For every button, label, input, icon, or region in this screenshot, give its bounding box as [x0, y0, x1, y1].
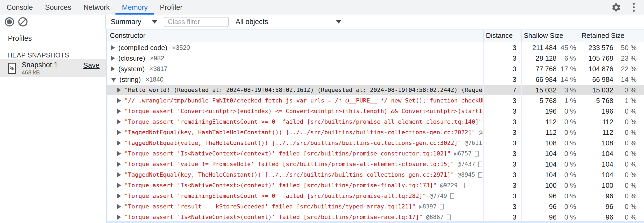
perspective-select[interactable]: Summary [111, 18, 157, 26]
shallow-size-cell: 96 0 % [521, 191, 579, 201]
disclosure-triangle-icon[interactable] [111, 56, 115, 61]
record-heap-snapshot-button[interactable] [5, 17, 14, 26]
object-scope-select[interactable]: All objects [236, 18, 341, 26]
table-row[interactable]: "Torque assert 'Convert<uintptr>(endInde… [107, 106, 644, 117]
object-id: @8945 [458, 170, 475, 180]
disclosure-triangle-icon[interactable] [117, 172, 121, 177]
retained-size-percent: 0 % [613, 159, 644, 170]
retained-size-value: 104 [579, 148, 613, 159]
no-entry-icon [18, 17, 28, 26]
retained-size-cell: 196 0 % [579, 106, 644, 117]
constructor-cell: "Torque assert 'Is<NativeContext>(contex… [107, 148, 483, 159]
disclosure-triangle-icon[interactable] [117, 204, 121, 209]
heap-snapshot-grid: Constructor Distance Shallow Size Retain… [106, 29, 644, 223]
disclosure-triangle-icon[interactable] [111, 78, 116, 82]
shallow-size-value: 211 484 [522, 42, 557, 53]
missing-glyph-box [440, 204, 444, 209]
retained-size-percent: 23 % [613, 53, 644, 64]
table-row[interactable]: "TaggedNotEqual(key, TheHoleConstant()) … [107, 170, 644, 180]
constructor-cell: "TaggedNotEqual(value, TheHoleConstant()… [107, 138, 483, 148]
table-row[interactable]: "Torque assert 'Is<NativeContext>(contex… [107, 180, 644, 191]
grid-footer-strip [107, 221, 644, 223]
constructor-label: (compiled code) [118, 42, 167, 53]
constructor-cell: "Torque assert 'Is<NativeContext>(contex… [107, 180, 483, 191]
tab-sources[interactable]: Sources [45, 0, 71, 15]
constructor-label: "// .wrangler/tmp/bundle-FmNIt0/checked-… [124, 95, 483, 106]
table-row[interactable]: "// .wrangler/tmp/bundle-FmNIt0/checked-… [107, 95, 644, 106]
shallow-size-cell: 112 0 % [521, 127, 579, 138]
disclosure-triangle-icon[interactable] [117, 194, 121, 198]
class-filter-input[interactable] [164, 17, 229, 27]
retained-size-value: 104 [579, 159, 613, 170]
table-row[interactable]: (compiled code) ×3520 3 211 484 45 % 233… [107, 42, 644, 53]
constructor-label: "Torque assert 'Is<NativeContext>(contex… [124, 180, 437, 191]
table-row[interactable]: (closure) ×982 3 28 128 6 % 105 768 23 % [107, 53, 644, 64]
table-row[interactable]: "TaggedNotEqual(value, TheHoleConstant()… [107, 138, 644, 148]
disclosure-triangle-icon[interactable] [117, 119, 121, 124]
disclosure-triangle-icon[interactable] [117, 151, 121, 156]
shallow-size-cell: 28 128 6 % [521, 53, 579, 64]
constructor-label: "Torque assert 'remainingElementsCount >… [124, 117, 482, 127]
constructor-label: "TaggedNotEqual(key, HashTableHoleConsta… [124, 127, 475, 138]
retained-size-percent: 1 % [613, 95, 644, 106]
profiles-toolbar [0, 15, 106, 29]
shallow-size-value: 112 [522, 127, 557, 138]
shallow-size-cell: 96 0 % [521, 201, 579, 212]
snapshot-item[interactable]: % Snapshot 1 468 kB Save [0, 59, 106, 77]
column-header-distance[interactable]: Distance [483, 30, 521, 42]
disclosure-triangle-icon[interactable] [117, 130, 121, 135]
column-header-shallow-size[interactable]: Shallow Size [521, 30, 579, 42]
table-row[interactable]: (string) ×1840 3 66 984 14 % 66 984 14 % [107, 74, 644, 85]
table-row[interactable]: "Torque assert 'Is<NativeContext>(contex… [107, 148, 644, 159]
disclosure-triangle-icon[interactable] [117, 109, 121, 114]
shallow-size-percent: 1 % [557, 95, 579, 106]
constructor-cell: "TaggedNotEqual(key, TheHoleConstant()) … [107, 170, 483, 180]
summary-toolbar: Summary All objects [106, 15, 644, 29]
tab-memory[interactable]: Memory [122, 0, 148, 15]
table-row[interactable]: (system) ×3817 3 77 768 17 % 104 876 22 … [107, 64, 644, 74]
disclosure-triangle-icon[interactable] [117, 141, 121, 145]
disclosure-triangle-icon[interactable] [117, 183, 121, 188]
disclosure-triangle-icon[interactable] [117, 98, 121, 103]
table-row[interactable]: "Torque assert 'value != PromiseHole' fa… [107, 159, 644, 170]
table-row[interactable]: "TaggedNotEqual(key, HashTableHoleConsta… [107, 127, 644, 138]
constructor-cell: (system) ×3817 [107, 64, 483, 74]
retained-size-value: 196 [579, 106, 613, 117]
disclosure-triangle-icon[interactable] [111, 66, 115, 71]
settings-gear-icon[interactable] [611, 2, 621, 12]
table-row[interactable]: "Hello world! (Requested at: 2024-08-19T… [107, 85, 644, 95]
constructor-label: "TaggedNotEqual(key, TheHoleConstant()) … [124, 170, 454, 180]
retained-size-percent: 3 % [613, 85, 644, 95]
tab-network[interactable]: Network [83, 0, 110, 15]
table-row[interactable]: "Torque assert 'remainingElementsCount >… [107, 191, 644, 201]
clear-profiles-button[interactable] [18, 17, 28, 26]
missing-glyph-box [475, 151, 479, 157]
table-row[interactable]: "Torque assert 'result == kStoreSucceded… [107, 201, 644, 212]
shallow-size-cell: 77 768 17 % [521, 64, 579, 74]
object-id: @8397 [419, 201, 436, 212]
constructor-label: (closure) [118, 53, 145, 64]
disclosure-triangle-icon[interactable] [111, 45, 115, 50]
distance-value: 3 [483, 148, 521, 159]
distance-value: 3 [483, 117, 521, 127]
retained-size-value: 15 032 [579, 85, 613, 95]
retained-size-percent: 14 % [613, 74, 644, 85]
retained-size-percent: 0 % [613, 127, 644, 138]
column-header-constructor[interactable]: Constructor [107, 30, 483, 42]
distance-value: 3 [483, 74, 521, 85]
more-options-kebab-icon[interactable] [630, 3, 637, 12]
tab-console[interactable]: Console [7, 0, 33, 15]
save-link[interactable]: Save [83, 61, 100, 70]
tab-profiler[interactable]: Profiler [160, 0, 183, 15]
shallow-size-value: 196 [522, 106, 557, 117]
disclosure-triangle-icon[interactable] [117, 162, 121, 167]
table-row[interactable]: "Torque assert 'remainingElementsCount >… [107, 117, 644, 127]
disclosure-triangle-icon[interactable] [117, 88, 121, 92]
distance-value: 3 [483, 180, 521, 191]
column-header-retained-size[interactable]: Retained Size [579, 30, 644, 42]
retained-size-value: 100 [579, 180, 613, 191]
retained-size-cell: 104 0 % [579, 159, 644, 170]
shallow-size-value: 96 [522, 191, 557, 201]
distance-value: 3 [483, 138, 521, 148]
disclosure-triangle-icon[interactable] [117, 215, 121, 220]
